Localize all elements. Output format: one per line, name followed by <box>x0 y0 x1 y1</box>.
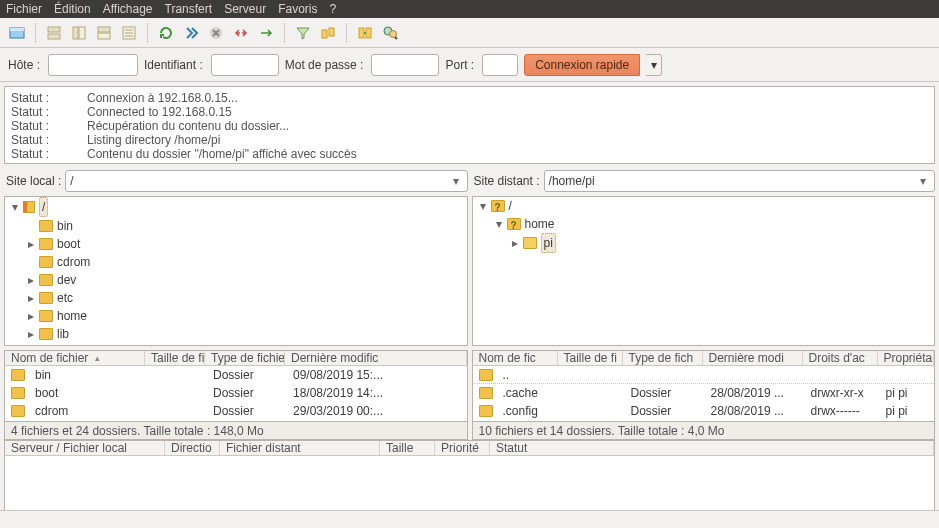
tree-node[interactable]: boot <box>57 235 80 253</box>
tree-node[interactable]: etc <box>57 289 73 307</box>
chevron-down-icon[interactable]: ▾ <box>916 174 930 188</box>
password-input[interactable] <box>371 54 439 76</box>
tree-node[interactable]: bin <box>57 217 73 235</box>
tree-expander[interactable]: ▸ <box>509 234 521 252</box>
list-item[interactable]: .config Dossier 28/08/2019 ... drwx-----… <box>473 402 935 420</box>
header-status[interactable]: Statut <box>490 441 934 455</box>
compare-icon[interactable] <box>317 22 339 44</box>
header-owner[interactable]: Propriétair <box>878 351 935 365</box>
local-path-value: / <box>70 174 73 188</box>
remote-file-list[interactable]: .. .cache Dossier 28/08/2019 ... drwxr-x… <box>472 366 936 422</box>
header-size[interactable]: Taille de fic <box>145 351 205 365</box>
menu-file[interactable]: Fichier <box>6 2 42 16</box>
header-name[interactable]: Nom de fichier <box>5 351 145 365</box>
refresh-icon[interactable] <box>155 22 177 44</box>
local-pane: Site local : / ▾ ▾/ bin ▸boot cdrom ▸dev… <box>4 168 468 436</box>
tree-expander[interactable]: ▾ <box>493 215 505 233</box>
header-server[interactable]: Serveur / Fichier local <box>5 441 165 455</box>
log-message: Listing directory /home/pi <box>87 133 220 147</box>
list-item[interactable]: boot Dossier 18/08/2019 14:... <box>5 384 467 402</box>
queue-list[interactable] <box>4 456 935 512</box>
tree-expander[interactable]: ▸ <box>25 235 37 253</box>
toggle-queue-icon[interactable] <box>118 22 140 44</box>
list-item[interactable]: .cache Dossier 28/08/2019 ... drwxr-xr-x… <box>473 384 935 402</box>
separator <box>147 23 148 43</box>
header-size[interactable]: Taille <box>380 441 435 455</box>
folder-icon <box>39 220 53 232</box>
svg-rect-16 <box>329 28 334 36</box>
remote-tree[interactable]: ▾/ ▾home ▸pi <box>472 196 936 346</box>
header-direction[interactable]: Directio <box>165 441 220 455</box>
menu-view[interactable]: Affichage <box>103 2 153 16</box>
search-icon[interactable] <box>379 22 401 44</box>
quickconnect-bar: Hôte : Identifiant : Mot de passe : Port… <box>0 48 939 82</box>
tree-node[interactable]: pi <box>541 233 556 253</box>
header-date[interactable]: Dernière modi <box>703 351 803 365</box>
local-file-list[interactable]: bin Dossier 09/08/2019 15:... boot Dossi… <box>4 366 468 422</box>
tree-expander[interactable]: ▸ <box>25 289 37 307</box>
tree-node[interactable]: home <box>57 307 87 325</box>
tree-expander[interactable]: ▾ <box>9 198 21 216</box>
header-name[interactable]: Nom de fic <box>473 351 558 365</box>
log-label: Statut : <box>11 147 59 161</box>
tree-node[interactable]: home <box>525 215 555 233</box>
list-item[interactable]: bin Dossier 09/08/2019 15:... <box>5 366 467 384</box>
folder-icon <box>39 310 53 322</box>
menu-bookmarks[interactable]: Favoris <box>278 2 317 16</box>
header-remote-file[interactable]: Fichier distant <box>220 441 380 455</box>
folder-icon <box>39 328 53 340</box>
cell-owner: pi pi <box>880 386 935 400</box>
list-item-parent[interactable]: .. <box>473 366 935 384</box>
log-label: Statut : <box>11 105 59 119</box>
tree-expander[interactable]: ▸ <box>25 307 37 325</box>
local-status: 4 fichiers et 24 dossiers. Taille totale… <box>4 422 468 440</box>
remote-path-combo[interactable]: /home/pi ▾ <box>544 170 935 192</box>
tree-node-root[interactable]: / <box>39 197 48 217</box>
menu-server[interactable]: Serveur <box>224 2 266 16</box>
site-manager-icon[interactable] <box>6 22 28 44</box>
menu-transfer[interactable]: Transfert <box>165 2 213 16</box>
cancel-icon[interactable] <box>205 22 227 44</box>
quickconnect-button[interactable]: Connexion rapide <box>524 54 640 76</box>
quickconnect-dropdown[interactable]: ▾ <box>646 54 662 76</box>
tree-node-root[interactable]: / <box>509 197 512 215</box>
tree-expander[interactable]: ▸ <box>25 271 37 289</box>
local-tree[interactable]: ▾/ bin ▸boot cdrom ▸dev ▸etc ▸home ▸lib <box>4 196 468 346</box>
separator <box>35 23 36 43</box>
toggle-local-tree-icon[interactable] <box>68 22 90 44</box>
folder-icon <box>39 238 53 250</box>
header-perm[interactable]: Droits d'ac <box>803 351 878 365</box>
remote-file-header: Nom de fic Taille de fi Type de fich Der… <box>472 350 936 366</box>
disconnect-icon[interactable] <box>230 22 252 44</box>
local-path-combo[interactable]: / ▾ <box>65 170 467 192</box>
process-queue-icon[interactable] <box>180 22 202 44</box>
header-type[interactable]: Type de fich <box>623 351 703 365</box>
tree-expander[interactable]: ▾ <box>477 197 489 215</box>
header-size[interactable]: Taille de fi <box>558 351 623 365</box>
tree-node[interactable]: lib <box>57 325 69 343</box>
menu-edit[interactable]: Édition <box>54 2 91 16</box>
remote-status: 10 fichiers et 14 dossiers. Taille total… <box>472 422 936 440</box>
user-input[interactable] <box>211 54 279 76</box>
tree-expander[interactable]: ▸ <box>25 325 37 343</box>
message-log[interactable]: Statut :Connexion à 192.168.0.15... Stat… <box>4 86 935 164</box>
header-date[interactable]: Dernière modific <box>285 351 467 365</box>
toggle-log-icon[interactable] <box>43 22 65 44</box>
chevron-down-icon[interactable]: ▾ <box>449 174 463 188</box>
header-priority[interactable]: Priorité <box>435 441 490 455</box>
tree-node[interactable]: cdrom <box>57 253 90 271</box>
menu-help[interactable]: ? <box>330 2 337 16</box>
tree-node[interactable]: dev <box>57 271 76 289</box>
cell-type: Dossier <box>625 386 705 400</box>
toggle-remote-tree-icon[interactable] <box>93 22 115 44</box>
sync-browse-icon[interactable] <box>354 22 376 44</box>
host-input[interactable] <box>48 54 138 76</box>
list-item[interactable]: cdrom Dossier 29/03/2019 00:... <box>5 402 467 420</box>
port-input[interactable] <box>482 54 518 76</box>
folder-icon <box>39 256 53 268</box>
cell-name: .cache <box>497 386 560 400</box>
filter-icon[interactable] <box>292 22 314 44</box>
log-message: Récupération du contenu du dossier... <box>87 119 289 133</box>
header-type[interactable]: Type de fichier <box>205 351 285 365</box>
reconnect-icon[interactable] <box>255 22 277 44</box>
